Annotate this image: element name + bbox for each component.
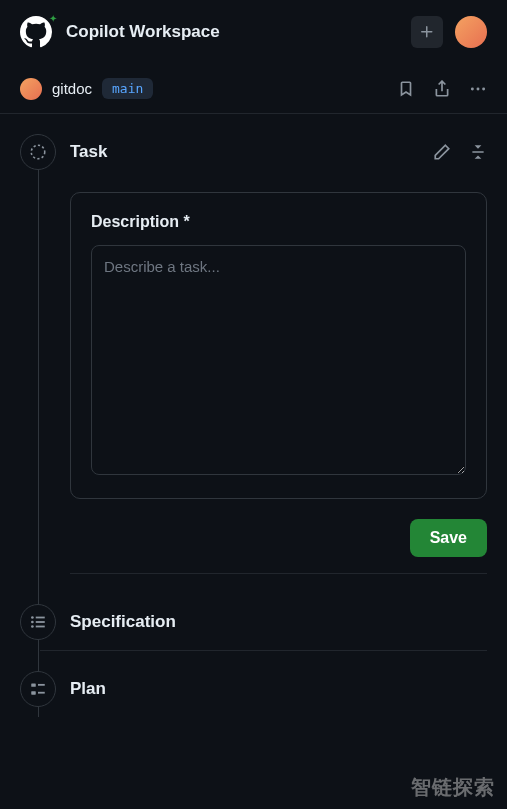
- svg-point-8: [31, 625, 34, 628]
- specification-icon: [20, 604, 56, 640]
- branch-tag[interactable]: main: [102, 78, 153, 99]
- toolbar-left: gitdoc main: [20, 78, 153, 100]
- svg-rect-12: [31, 691, 36, 694]
- task-card: Description *: [70, 192, 487, 499]
- svg-rect-13: [38, 692, 45, 694]
- svg-rect-5: [36, 617, 45, 619]
- svg-rect-9: [36, 626, 45, 628]
- svg-rect-10: [31, 683, 36, 686]
- save-button[interactable]: Save: [410, 519, 487, 557]
- collapse-icon[interactable]: [469, 143, 487, 161]
- svg-point-3: [31, 145, 45, 159]
- save-row: Save: [70, 519, 487, 574]
- plan-icon: [20, 671, 56, 707]
- repo-name[interactable]: gitdoc: [52, 80, 92, 97]
- plan-header: Plan: [70, 671, 487, 707]
- specification-header: Specification: [70, 604, 487, 640]
- svg-rect-7: [36, 621, 45, 623]
- repo-owner-avatar[interactable]: [20, 78, 42, 100]
- timeline: Task Description * Save: [20, 114, 487, 717]
- specification-section[interactable]: Specification: [40, 584, 487, 651]
- edit-icon[interactable]: [433, 143, 451, 161]
- user-avatar[interactable]: [455, 16, 487, 48]
- svg-point-6: [31, 621, 34, 624]
- svg-point-0: [471, 87, 474, 90]
- more-icon[interactable]: [469, 80, 487, 98]
- task-actions: [433, 143, 487, 161]
- svg-point-2: [482, 87, 485, 90]
- description-label: Description *: [91, 213, 466, 231]
- app-title: Copilot Workspace: [66, 22, 220, 42]
- header-left: ✦ Copilot Workspace: [20, 16, 220, 48]
- share-icon[interactable]: [433, 80, 451, 98]
- logo-badge-icon: ✦: [49, 13, 57, 24]
- svg-point-1: [477, 87, 480, 90]
- task-title: Task: [70, 142, 108, 162]
- specification-title: Specification: [70, 612, 176, 632]
- svg-rect-11: [38, 684, 45, 686]
- description-textarea[interactable]: [91, 245, 466, 475]
- header-right: [411, 16, 487, 48]
- task-section: Task Description * Save: [40, 114, 487, 584]
- svg-point-4: [31, 616, 34, 619]
- app-header: ✦ Copilot Workspace: [0, 0, 507, 64]
- bookmark-icon[interactable]: [397, 80, 415, 98]
- copilot-logo[interactable]: ✦: [20, 16, 52, 48]
- plan-section[interactable]: Plan: [40, 651, 487, 717]
- plan-title: Plan: [70, 679, 106, 699]
- task-header: Task: [70, 134, 487, 170]
- watermark: 智链探索: [411, 774, 495, 801]
- repo-toolbar: gitdoc main: [0, 64, 507, 114]
- main-content: Task Description * Save: [0, 114, 507, 717]
- new-task-button[interactable]: [411, 16, 443, 48]
- toolbar-right: [397, 80, 487, 98]
- task-icon: [20, 134, 56, 170]
